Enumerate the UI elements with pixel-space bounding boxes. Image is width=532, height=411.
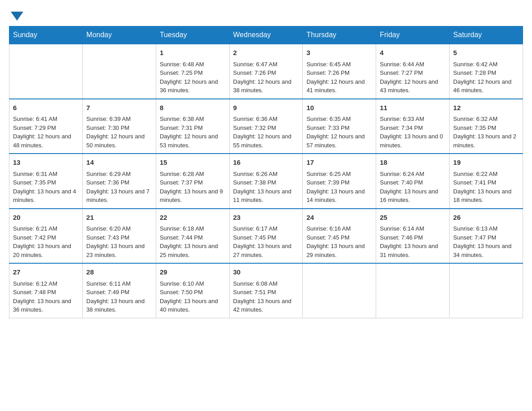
calendar-cell: 4 Sunrise: 6:44 AMSunset: 7:27 PMDayligh… [376, 44, 450, 99]
day-number: 24 [306, 213, 372, 223]
day-number: 20 [13, 213, 79, 223]
calendar-week-row: 6 Sunrise: 6:41 AMSunset: 7:29 PMDayligh… [9, 99, 523, 154]
day-info: Sunrise: 6:16 AMSunset: 7:45 PMDaylight:… [306, 225, 365, 258]
day-number: 4 [380, 48, 446, 58]
calendar-cell: 29 Sunrise: 6:10 AMSunset: 7:50 PMDaylig… [156, 263, 229, 318]
calendar-cell: 20 Sunrise: 6:21 AMSunset: 7:42 PMDaylig… [9, 209, 83, 264]
calendar-cell: 5 Sunrise: 6:42 AMSunset: 7:28 PMDayligh… [450, 44, 523, 99]
weekday-header-saturday: Saturday [450, 26, 523, 44]
day-info: Sunrise: 6:39 AMSunset: 7:30 PMDaylight:… [86, 116, 145, 149]
day-info: Sunrise: 6:17 AMSunset: 7:45 PMDaylight:… [233, 225, 292, 258]
day-number: 1 [160, 48, 226, 58]
day-info: Sunrise: 6:31 AMSunset: 7:35 PMDaylight:… [13, 171, 76, 204]
calendar-week-row: 27 Sunrise: 6:12 AMSunset: 7:48 PMDaylig… [9, 263, 523, 318]
weekday-header-friday: Friday [376, 26, 450, 44]
calendar-cell: 7 Sunrise: 6:39 AMSunset: 7:30 PMDayligh… [82, 99, 156, 154]
calendar-cell: 2 Sunrise: 6:47 AMSunset: 7:26 PMDayligh… [229, 44, 303, 99]
day-number: 27 [13, 267, 79, 278]
day-info: Sunrise: 6:32 AMSunset: 7:35 PMDaylight:… [453, 116, 516, 149]
calendar-cell: 21 Sunrise: 6:20 AMSunset: 7:43 PMDaylig… [82, 209, 156, 264]
day-number: 10 [306, 103, 372, 113]
calendar-cell: 17 Sunrise: 6:25 AMSunset: 7:39 PMDaylig… [303, 154, 376, 209]
calendar-cell: 10 Sunrise: 6:35 AMSunset: 7:33 PMDaylig… [303, 99, 376, 154]
calendar-cell: 3 Sunrise: 6:45 AMSunset: 7:26 PMDayligh… [303, 44, 376, 99]
calendar-week-row: 13 Sunrise: 6:31 AMSunset: 7:35 PMDaylig… [9, 154, 523, 209]
day-info: Sunrise: 6:28 AMSunset: 7:37 PMDaylight:… [160, 171, 223, 204]
calendar-cell: 28 Sunrise: 6:11 AMSunset: 7:49 PMDaylig… [82, 263, 156, 318]
day-info: Sunrise: 6:08 AMSunset: 7:51 PMDaylight:… [233, 280, 292, 313]
calendar-cell: 12 Sunrise: 6:32 AMSunset: 7:35 PMDaylig… [450, 99, 523, 154]
day-number: 2 [233, 48, 299, 58]
calendar-cell: 25 Sunrise: 6:14 AMSunset: 7:46 PMDaylig… [376, 209, 450, 264]
day-number: 17 [306, 158, 372, 168]
calendar-cell: 15 Sunrise: 6:28 AMSunset: 7:37 PMDaylig… [156, 154, 229, 209]
calendar-cell: 13 Sunrise: 6:31 AMSunset: 7:35 PMDaylig… [9, 154, 83, 209]
day-info: Sunrise: 6:29 AMSunset: 7:36 PMDaylight:… [86, 171, 150, 204]
calendar-cell: 9 Sunrise: 6:36 AMSunset: 7:32 PMDayligh… [229, 99, 303, 154]
day-info: Sunrise: 6:24 AMSunset: 7:40 PMDaylight:… [380, 171, 438, 204]
calendar-cell: 22 Sunrise: 6:18 AMSunset: 7:44 PMDaylig… [156, 209, 229, 264]
calendar-cell [376, 263, 450, 318]
weekday-header-wednesday: Wednesday [229, 26, 303, 44]
day-number: 9 [233, 103, 299, 113]
day-info: Sunrise: 6:33 AMSunset: 7:34 PMDaylight:… [380, 116, 443, 149]
calendar-week-row: 20 Sunrise: 6:21 AMSunset: 7:42 PMDaylig… [9, 209, 523, 264]
day-number: 22 [160, 213, 226, 223]
day-number: 25 [380, 213, 446, 223]
calendar-cell: 14 Sunrise: 6:29 AMSunset: 7:36 PMDaylig… [82, 154, 156, 209]
day-number: 12 [453, 103, 519, 113]
calendar-cell: 1 Sunrise: 6:48 AMSunset: 7:25 PMDayligh… [156, 44, 229, 99]
day-info: Sunrise: 6:47 AMSunset: 7:26 PMDaylight:… [233, 61, 292, 94]
day-number: 26 [453, 213, 519, 223]
day-info: Sunrise: 6:10 AMSunset: 7:50 PMDaylight:… [160, 280, 218, 313]
day-info: Sunrise: 6:18 AMSunset: 7:44 PMDaylight:… [160, 225, 218, 258]
day-number: 30 [233, 267, 299, 278]
calendar-week-row: 1 Sunrise: 6:48 AMSunset: 7:25 PMDayligh… [9, 44, 523, 99]
day-info: Sunrise: 6:38 AMSunset: 7:31 PMDaylight:… [160, 116, 218, 149]
day-info: Sunrise: 6:48 AMSunset: 7:25 PMDaylight:… [160, 61, 218, 94]
calendar-cell: 18 Sunrise: 6:24 AMSunset: 7:40 PMDaylig… [376, 154, 450, 209]
day-number: 19 [453, 158, 519, 168]
day-number: 8 [160, 103, 226, 113]
logo [9, 9, 23, 17]
day-number: 11 [380, 103, 446, 113]
day-info: Sunrise: 6:22 AMSunset: 7:41 PMDaylight:… [453, 171, 511, 204]
calendar-cell: 16 Sunrise: 6:26 AMSunset: 7:38 PMDaylig… [229, 154, 303, 209]
day-info: Sunrise: 6:36 AMSunset: 7:32 PMDaylight:… [233, 116, 292, 149]
calendar-cell: 8 Sunrise: 6:38 AMSunset: 7:31 PMDayligh… [156, 99, 229, 154]
weekday-header-row: SundayMondayTuesdayWednesdayThursdayFrid… [9, 26, 523, 44]
day-number: 28 [86, 267, 152, 278]
day-number: 21 [86, 213, 152, 223]
calendar-cell: 26 Sunrise: 6:13 AMSunset: 7:47 PMDaylig… [450, 209, 523, 264]
day-info: Sunrise: 6:42 AMSunset: 7:28 PMDaylight:… [453, 61, 511, 94]
logo-triangle-icon [11, 12, 23, 21]
day-info: Sunrise: 6:11 AMSunset: 7:49 PMDaylight:… [86, 280, 145, 313]
calendar-cell: 11 Sunrise: 6:33 AMSunset: 7:34 PMDaylig… [376, 99, 450, 154]
day-number: 23 [233, 213, 299, 223]
day-number: 5 [453, 48, 519, 58]
day-info: Sunrise: 6:25 AMSunset: 7:39 PMDaylight:… [306, 171, 365, 204]
calendar-cell [82, 44, 156, 99]
day-info: Sunrise: 6:13 AMSunset: 7:47 PMDaylight:… [453, 225, 511, 258]
calendar-cell [9, 44, 83, 99]
day-number: 15 [160, 158, 226, 168]
calendar-cell: 6 Sunrise: 6:41 AMSunset: 7:29 PMDayligh… [9, 99, 83, 154]
day-info: Sunrise: 6:26 AMSunset: 7:38 PMDaylight:… [233, 171, 292, 204]
calendar-table: SundayMondayTuesdayWednesdayThursdayFrid… [9, 26, 523, 318]
weekday-header-tuesday: Tuesday [156, 26, 229, 44]
day-info: Sunrise: 6:20 AMSunset: 7:43 PMDaylight:… [86, 225, 145, 258]
calendar-cell: 19 Sunrise: 6:22 AMSunset: 7:41 PMDaylig… [450, 154, 523, 209]
calendar-cell: 23 Sunrise: 6:17 AMSunset: 7:45 PMDaylig… [229, 209, 303, 264]
calendar-cell: 27 Sunrise: 6:12 AMSunset: 7:48 PMDaylig… [9, 263, 83, 318]
day-number: 14 [86, 158, 152, 168]
day-number: 18 [380, 158, 446, 168]
day-info: Sunrise: 6:44 AMSunset: 7:27 PMDaylight:… [380, 61, 438, 94]
day-number: 16 [233, 158, 299, 168]
weekday-header-sunday: Sunday [9, 26, 83, 44]
day-number: 13 [13, 158, 79, 168]
day-number: 29 [160, 267, 226, 278]
day-info: Sunrise: 6:12 AMSunset: 7:48 PMDaylight:… [13, 280, 71, 313]
weekday-header-monday: Monday [82, 26, 156, 44]
day-number: 3 [306, 48, 372, 58]
day-info: Sunrise: 6:41 AMSunset: 7:29 PMDaylight:… [13, 116, 71, 149]
